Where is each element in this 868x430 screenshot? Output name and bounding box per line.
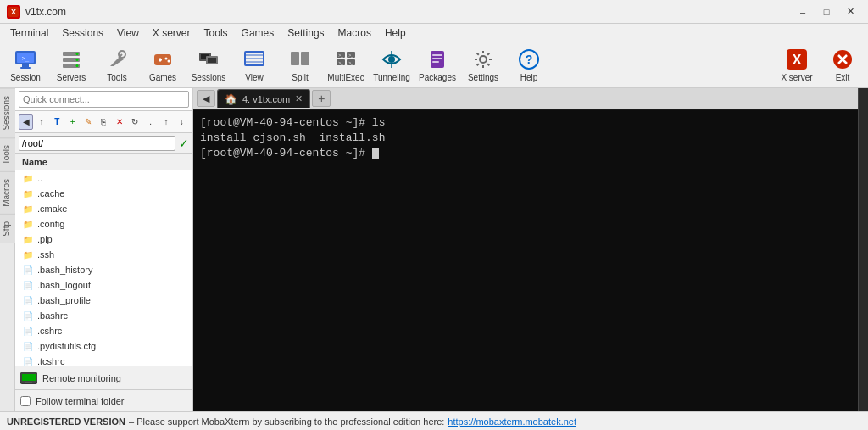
- list-item[interactable]: 📁 .cache: [15, 186, 192, 201]
- split-icon: [288, 47, 312, 71]
- toolbar-xserver-button[interactable]: X X server: [775, 45, 819, 86]
- list-item[interactable]: 📄 .bashrc: [15, 308, 192, 323]
- list-item[interactable]: 📄 .bash_history: [15, 262, 192, 277]
- subscription-link[interactable]: https://mobaxterm.mobatek.net: [448, 416, 576, 427]
- session-icon: >_: [14, 47, 37, 71]
- list-item[interactable]: 📁 .ssh: [15, 247, 192, 262]
- toolbar-tunneling-button[interactable]: Tunneling: [370, 45, 414, 86]
- tab-label: 4. v1tx.com: [242, 94, 290, 104]
- menu-terminal[interactable]: Terminal: [3, 25, 55, 41]
- new-folder-button[interactable]: +: [65, 114, 80, 130]
- file-browser-panel: ◀ ↑ T + ✎ ⎘ ✕ ↻ . ↑ ↓ ✓ Name 📁 ..: [15, 88, 193, 411]
- tunneling-label: Tunneling: [373, 73, 410, 82]
- menu-view[interactable]: View: [110, 25, 146, 41]
- view-icon: [242, 47, 266, 71]
- svg-rect-4: [22, 64, 29, 67]
- list-item[interactable]: 📁 ..: [15, 170, 192, 186]
- toolbar-multiexec-button[interactable]: >_ >_ >_ >_ MultiExec: [324, 45, 368, 86]
- file-icon: 📄: [22, 264, 34, 276]
- list-item[interactable]: 📄 .cshrc: [15, 323, 192, 338]
- svg-rect-5: [20, 67, 31, 69]
- svg-rect-28: [291, 52, 299, 65]
- tab-sessions[interactable]: Sessions: [0, 88, 15, 137]
- prev-tab-button[interactable]: ◀: [197, 90, 215, 107]
- file-list[interactable]: 📁 .. 📁 .cache 📁 .cmake 📁 .config 📁 .pip …: [15, 170, 192, 366]
- refresh-button[interactable]: ↻: [128, 114, 142, 130]
- list-item[interactable]: 📁 .cmake: [15, 201, 192, 216]
- add-tab-button[interactable]: +: [312, 90, 331, 107]
- toolbar-session-button[interactable]: >_ Session: [3, 45, 47, 86]
- copy-button[interactable]: ⎘: [97, 114, 111, 130]
- menu-sessions[interactable]: Sessions: [55, 25, 110, 41]
- menu-help[interactable]: Help: [378, 25, 413, 41]
- multiexec-icon: >_ >_ >_ >_: [334, 47, 358, 71]
- list-item[interactable]: 📁 .pip: [15, 232, 192, 247]
- rename-button[interactable]: ✎: [81, 114, 95, 130]
- toolbar-games-button[interactable]: Games: [141, 45, 185, 86]
- tab-tools[interactable]: Tools: [0, 137, 15, 171]
- file-name: ..: [37, 173, 42, 183]
- tab-sftp[interactable]: Sftp: [0, 214, 15, 243]
- toolbar-split-button[interactable]: Split: [278, 45, 322, 86]
- nav-back-button[interactable]: ◀: [19, 114, 33, 130]
- toolbar: >_ Session Servers Tools: [0, 42, 868, 88]
- menu-games[interactable]: Games: [235, 25, 281, 41]
- toolbar-settings-button[interactable]: Settings: [461, 45, 505, 86]
- titlebar: X v1tx.com – □ ✕: [0, 0, 868, 24]
- folder-icon: 📁: [22, 233, 34, 245]
- terminal-line-1: [root@VM-40-94-centos ~]# ls: [200, 115, 851, 131]
- menu-tools[interactable]: Tools: [198, 25, 235, 41]
- follow-terminal-checkbox[interactable]: [20, 396, 31, 406]
- terminal-tab[interactable]: 🏠 4. v1tx.com ✕: [217, 89, 310, 108]
- new-file-button[interactable]: T: [50, 114, 64, 130]
- toolbar-exit-button[interactable]: Exit: [821, 45, 865, 86]
- hidden-files-button[interactable]: .: [143, 114, 158, 130]
- list-item[interactable]: 📄 .pydistutils.cfg: [15, 338, 192, 354]
- menu-xserver[interactable]: X server: [146, 25, 198, 41]
- settings-icon: [471, 47, 495, 71]
- help-label: Help: [520, 73, 538, 82]
- main-area: Sessions Tools Macros Sftp ◀ ↑ T + ✎ ⎘ ✕…: [0, 88, 868, 411]
- svg-rect-29: [301, 52, 309, 65]
- upload-button[interactable]: ↑: [159, 114, 173, 130]
- servers-icon: [59, 47, 83, 71]
- path-ok-button[interactable]: ✓: [179, 137, 189, 150]
- terminal-tab-bar: ◀ 🏠 4. v1tx.com ✕ +: [193, 88, 858, 110]
- file-icon: 📄: [22, 279, 34, 291]
- menu-settings[interactable]: Settings: [281, 25, 331, 41]
- terminal-content[interactable]: [root@VM-40-94-centos ~]# ls install_cjs…: [193, 110, 858, 411]
- file-toolbar: ◀ ↑ T + ✎ ⎘ ✕ ↻ . ↑ ↓: [15, 111, 192, 133]
- tools-icon: [105, 47, 129, 71]
- tab-macros[interactable]: Macros: [0, 171, 15, 214]
- toolbar-tools-button[interactable]: Tools: [95, 45, 139, 86]
- svg-text:>_: >_: [338, 60, 343, 65]
- quick-connect-input[interactable]: [19, 91, 189, 108]
- menu-macros[interactable]: Macros: [331, 25, 378, 41]
- file-name: .cache: [37, 188, 64, 198]
- maximize-button[interactable]: □: [815, 3, 837, 20]
- toolbar-help-button[interactable]: ? Help: [507, 45, 551, 86]
- toolbar-packages-button[interactable]: Packages: [415, 45, 459, 86]
- tab-close-button[interactable]: ✕: [295, 93, 303, 104]
- help-icon: ?: [517, 47, 541, 71]
- toolbar-view-button[interactable]: View: [232, 45, 276, 86]
- path-input[interactable]: [19, 136, 175, 151]
- list-item[interactable]: 📄 .bash_profile: [15, 293, 192, 308]
- minimize-button[interactable]: –: [792, 3, 814, 20]
- delete-button[interactable]: ✕: [112, 114, 126, 130]
- menubar: Terminal Sessions View X server Tools Ga…: [0, 24, 868, 42]
- download-button[interactable]: ↓: [175, 114, 189, 130]
- close-button[interactable]: ✕: [839, 3, 861, 20]
- svg-rect-52: [22, 374, 36, 381]
- svg-text:>_: >_: [348, 53, 353, 58]
- list-item[interactable]: 📄 .bash_logout: [15, 277, 192, 293]
- list-item[interactable]: 📄 .tcshrc: [15, 354, 192, 366]
- toolbar-sessions-button[interactable]: Sessions: [186, 45, 231, 86]
- terminal-line-2: install_cjson.sh install.sh: [200, 131, 851, 146]
- remote-monitoring-bar[interactable]: Remote monitoring: [15, 366, 192, 389]
- nav-up-button[interactable]: ↑: [34, 114, 48, 130]
- terminal-scrollbar[interactable]: [858, 88, 868, 411]
- file-icon: 📄: [22, 340, 34, 352]
- list-item[interactable]: 📁 .config: [15, 216, 192, 232]
- toolbar-servers-button[interactable]: Servers: [49, 45, 93, 86]
